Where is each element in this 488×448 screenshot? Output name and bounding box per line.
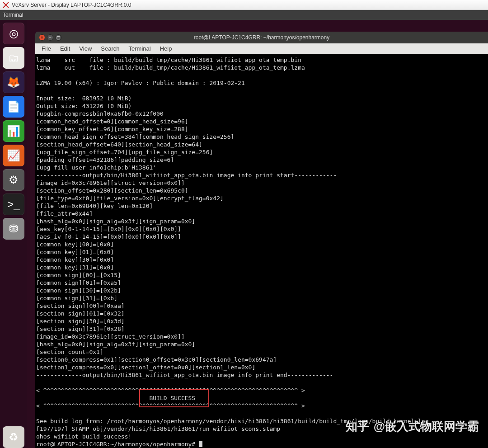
- firefox-icon: 🦊: [7, 76, 20, 89]
- window-close-button[interactable]: ×: [39, 34, 45, 41]
- launcher-trash[interactable]: ♻: [3, 426, 24, 448]
- launcher-bar: ◎ 🗂 🦊 📄 📊 📈 ⚙ >_ ⛃ ♻: [0, 20, 27, 448]
- launcher-impress[interactable]: 📈: [3, 145, 24, 166]
- menu-terminal[interactable]: Terminal: [125, 44, 155, 53]
- files-icon: 🗂: [8, 52, 19, 64]
- menu-edit[interactable]: Edit: [56, 44, 74, 53]
- terminal-window: × – ▢ root@LAPTOP-JC1C4GRR: ~/harmonyos/…: [35, 32, 488, 448]
- launcher-settings[interactable]: ⚙: [3, 169, 24, 191]
- window-minimize-button[interactable]: –: [47, 34, 53, 41]
- watermark: 知乎 @嵌入式物联网学霸: [346, 419, 479, 434]
- trash-icon: ♻: [9, 431, 19, 443]
- gear-icon: ⚙: [9, 174, 19, 186]
- menu-search[interactable]: Search: [97, 44, 123, 53]
- panel-app-title[interactable]: Terminal: [3, 12, 23, 18]
- window-maximize-button[interactable]: ▢: [55, 34, 61, 41]
- launcher-writer[interactable]: 📄: [3, 96, 24, 118]
- calc-icon: 📊: [7, 125, 20, 137]
- menu-file[interactable]: File: [38, 44, 55, 53]
- vcxsrv-titlebar: VcXsrv Server - Display LAPTOP-JC1C4GRR:…: [0, 0, 488, 10]
- menu-help[interactable]: Help: [156, 44, 176, 53]
- launcher-terminal[interactable]: >_: [3, 193, 24, 215]
- terminal-titlebar[interactable]: × – ▢ root@LAPTOP-JC1C4GRR: ~/harmonyos/…: [35, 32, 488, 43]
- terminal-menubar: File Edit View Search Terminal Help: [35, 43, 488, 54]
- launcher-dash[interactable]: ◎: [3, 23, 24, 44]
- ubuntu-desktop: Terminal ◎ 🗂 🦊 📄 📊 📈 ⚙ >_ ⛃ ♻ × – ▢ root…: [0, 10, 488, 448]
- terminal-icon: >_: [7, 198, 19, 211]
- build-success-highlight: [139, 389, 209, 407]
- ubuntu-icon: ◎: [9, 27, 19, 40]
- impress-icon: 📈: [7, 149, 20, 162]
- vcxsrv-icon: [3, 2, 9, 8]
- vcxsrv-title: VcXsrv Server - Display LAPTOP-JC1C4GRR:…: [12, 2, 131, 8]
- menu-view[interactable]: View: [75, 44, 95, 53]
- terminal-title: root@LAPTOP-JC1C4GRR: ~/harmonyos/openha…: [35, 34, 488, 41]
- launcher-disk[interactable]: ⛃: [3, 218, 24, 240]
- launcher-files[interactable]: 🗂: [3, 47, 24, 69]
- top-panel: Terminal: [0, 10, 488, 20]
- terminal-output[interactable]: lzma src file : build/build_tmp/cache/Hi…: [35, 54, 488, 448]
- writer-icon: 📄: [7, 100, 20, 113]
- launcher-calc[interactable]: 📊: [3, 120, 24, 142]
- zhihu-logo: 知乎: [346, 419, 369, 434]
- launcher-firefox[interactable]: 🦊: [3, 71, 24, 93]
- watermark-text: @嵌入式物联网学霸: [374, 419, 479, 434]
- disk-icon: ⛃: [9, 222, 18, 235]
